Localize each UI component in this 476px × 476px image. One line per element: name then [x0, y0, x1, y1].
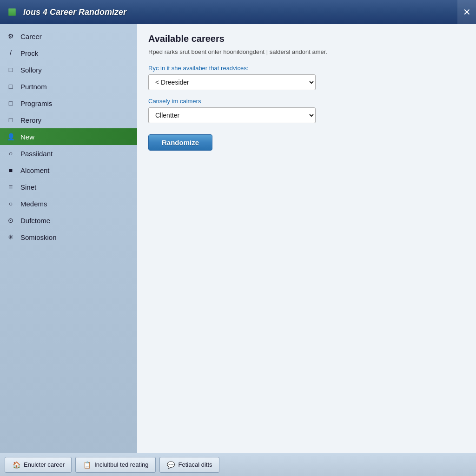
- sidebar-label-rerory: Rerory: [20, 116, 41, 124]
- sidebar-item-purtnom[interactable]: □Purtnom: [0, 78, 137, 95]
- sidebar-icon-prock: /: [6, 48, 16, 58]
- sidebar-label-prock: Prock: [20, 49, 38, 57]
- filter1-label: Ryc in it she availaber that readvices:: [148, 65, 465, 72]
- sidebar-item-alcoment[interactable]: ■Alcoment: [0, 162, 137, 178]
- sidebar-icon-sollory: □: [6, 65, 16, 75]
- footer-btn-2-label: Inclultbul ted reating: [94, 461, 148, 468]
- randomize-button[interactable]: Randomize: [148, 134, 212, 151]
- sidebar-icon-sinet: ≡: [6, 182, 16, 192]
- sidebar-label-passiidant: Passiidant: [20, 150, 53, 158]
- sidebar-item-prock[interactable]: /Prock: [0, 45, 137, 61]
- content-area: Available careers Rped rarks srut boent …: [137, 24, 476, 453]
- sidebar-item-passiidant[interactable]: ○Passiidant: [0, 145, 137, 162]
- sidebar-item-somioskion[interactable]: ✳Somioskion: [0, 229, 137, 245]
- footer-btn-1[interactable]: 🏠 Enulcter career: [5, 457, 72, 473]
- content-heading: Available careers: [148, 33, 465, 44]
- sidebar-label-career: Career: [20, 33, 42, 40]
- sidebar-item-new[interactable]: 👤New: [0, 128, 137, 145]
- sidebar-icon-career: ⚙: [6, 31, 16, 41]
- sidebar: ⚙Career/Prock□Sollory□Purtnom□Programis□…: [0, 24, 137, 453]
- app-title: lous 4 Career Randomizer: [23, 7, 126, 17]
- sidebar-item-programis[interactable]: □Programis: [0, 95, 137, 112]
- sidebar-icon-new: 👤: [6, 132, 16, 142]
- sidebar-icon-medems: ○: [6, 198, 16, 209]
- sidebar-label-somioskion: Somioskion: [20, 233, 57, 241]
- sidebar-icon-dufctome: ⊙: [6, 215, 16, 225]
- sidebar-label-sollory: Sollory: [20, 66, 42, 74]
- sidebar-item-medems[interactable]: ○Medems: [0, 195, 137, 212]
- sidebar-icon-passiidant: ○: [6, 148, 16, 159]
- footer-btn-3[interactable]: 💬 Fetiacal ditts: [159, 457, 219, 473]
- sidebar-icon-alcoment: ■: [6, 165, 16, 175]
- footer-icon-2: 📋: [82, 460, 92, 469]
- sidebar-label-dufctome: Dufctome: [20, 217, 50, 225]
- sidebar-item-career[interactable]: ⚙Career: [0, 28, 137, 45]
- sidebar-item-dufctome[interactable]: ⊙Dufctome: [0, 212, 137, 229]
- sims-diamond-icon: [5, 5, 19, 19]
- main-layout: ⚙Career/Prock□Sollory□Purtnom□Programis□…: [0, 24, 476, 453]
- footer: 🏠 Enulcter career 📋 Inclultbul ted reati…: [0, 453, 476, 476]
- footer-btn-3-label: Fetiacal ditts: [178, 461, 212, 468]
- dreesider-dropdown[interactable]: < DreesiderOption 2Option 3: [148, 74, 316, 90]
- sidebar-item-sinet[interactable]: ≡Sinet: [0, 178, 137, 195]
- footer-btn-2[interactable]: 📋 Inclultbul ted reating: [75, 457, 155, 473]
- sidebar-icon-somioskion: ✳: [6, 232, 16, 242]
- sidebar-label-sinet: Sinet: [20, 183, 36, 191]
- sidebar-icon-programis: □: [6, 98, 16, 108]
- sidebar-item-rerory[interactable]: □Rerory: [0, 112, 137, 128]
- footer-icon-3: 💬: [166, 460, 176, 469]
- footer-btn-1-label: Enulcter career: [24, 461, 65, 468]
- sidebar-label-medems: Medems: [20, 200, 47, 208]
- cllentter-dropdown[interactable]: CllentterOption 2Option 3: [148, 107, 316, 123]
- sidebar-icon-purtnom: □: [6, 81, 16, 92]
- close-button[interactable]: ✕: [457, 0, 476, 24]
- title-bar: lous 4 Career Randomizer ✕: [0, 0, 476, 24]
- sidebar-label-alcoment: Alcoment: [20, 166, 50, 174]
- sidebar-item-sollory[interactable]: □Sollory: [0, 61, 137, 78]
- filter2-label: Cansely im caimers: [148, 98, 465, 105]
- filter2-container: Cansely im caimers CllentterOption 2Opti…: [148, 98, 465, 123]
- footer-icon-1: 🏠: [12, 460, 21, 469]
- sidebar-label-new: New: [20, 133, 34, 141]
- content-description: Rped rarks srut boent onler hoonildongde…: [148, 48, 465, 56]
- filter1-container: Ryc in it she availaber that readvices: …: [148, 65, 465, 90]
- app-logo: [6, 6, 19, 19]
- sidebar-icon-rerory: □: [6, 115, 16, 125]
- sidebar-label-purtnom: Purtnom: [20, 83, 47, 91]
- sidebar-label-programis: Programis: [20, 99, 52, 107]
